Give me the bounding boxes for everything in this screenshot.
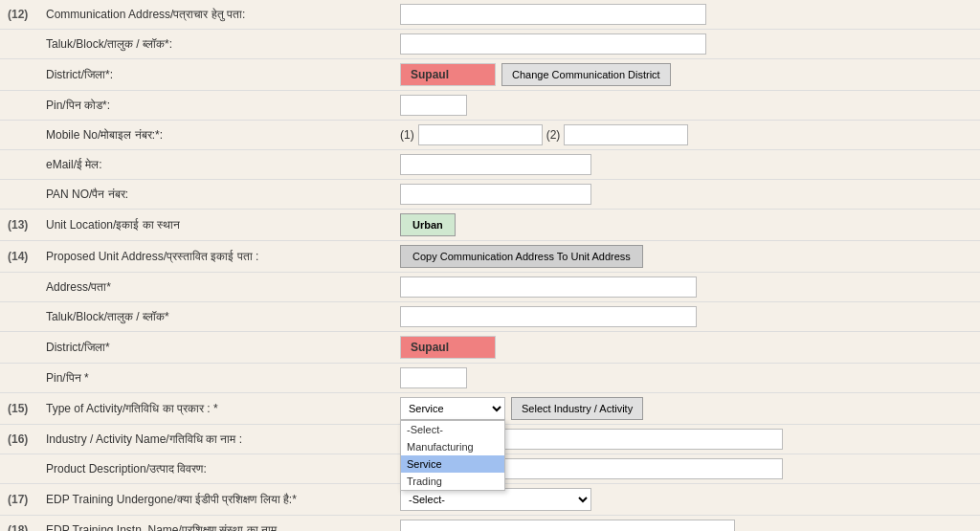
input-col-proposed-unit-address: Copy Communication Address To Unit Addre… <box>400 245 972 268</box>
input-col-unit-location: Urban <box>400 213 972 236</box>
label-industry-name: Industry / Activity Name/गतिविधि का नाम … <box>46 432 400 446</box>
change-district-btn[interactable]: Change Communication District <box>501 63 671 86</box>
row-num-14: (14) <box>8 250 46 263</box>
taluk-unit-input[interactable] <box>400 306 697 327</box>
row-num-15: (15) <box>8 402 46 415</box>
input-col-unit-address <box>400 277 972 298</box>
select-industry-btn[interactable]: Select Industry / Activity <box>511 397 643 420</box>
row-taluk-unit: Taluk/Block/तालुक / ब्लॉक* <box>0 302 980 332</box>
label-pin-unit: Pin/पिन * <box>46 371 400 385</box>
input-col-communication-address <box>400 4 972 25</box>
label-communication-address: Communication Address/पत्राचार हेतु पता: <box>46 8 400 21</box>
label-district-comm: District/जिला*: <box>46 68 400 81</box>
row-communication-address: (12) Communication Address/पत्राचार हेतु… <box>0 0 980 30</box>
row-email: eMail/ई मेल: <box>0 150 980 180</box>
dropdown-item-trading[interactable]: Trading <box>401 473 504 490</box>
input-col-edp-instn <box>400 520 972 531</box>
pin-unit-input[interactable] <box>400 367 467 388</box>
label-edp-training: EDP Training Undergone/क्या ईडीपी प्रशिक… <box>46 493 400 506</box>
copy-address-btn[interactable]: Copy Communication Address To Unit Addre… <box>400 245 643 268</box>
input-col-pan <box>400 184 972 205</box>
row-district-unit: District/जिला* Supaul <box>0 332 980 364</box>
row-type-activity: (15) Type of Activity/गतिविधि का प्रकार … <box>0 393 980 425</box>
row-taluk-comm: Taluk/Block/तालुक / ब्लॉक*: <box>0 30 980 59</box>
label-email: eMail/ई मेल: <box>46 158 400 171</box>
row-num-12: (12) <box>8 8 46 21</box>
edp-instn-input[interactable] <box>400 520 735 531</box>
dropdown-item-service[interactable]: Service <box>401 455 504 473</box>
mobile-2-input[interactable] <box>564 124 688 145</box>
row-num-16: (16) <box>8 432 46 446</box>
row-num-18: (18) <box>8 523 46 531</box>
label-unit-location: Unit Location/इकाई का स्थान <box>46 218 400 232</box>
row-district-comm: District/जिला*: Supaul Change Communicat… <box>0 59 980 91</box>
input-col-district-comm: Supaul Change Communication District <box>400 63 972 86</box>
form-container: (12) Communication Address/पत्राचार हेतु… <box>0 0 980 531</box>
row-num-17: (17) <box>8 493 46 506</box>
input-col-district-unit: Supaul <box>400 336 972 359</box>
dropdown-item-manufacturing[interactable]: Manufacturing <box>401 438 504 455</box>
unit-address-input[interactable] <box>400 277 697 298</box>
label-district-unit: District/जिला* <box>46 341 400 354</box>
input-col-email <box>400 154 972 175</box>
label-unit-address: Address/पता* <box>46 280 400 294</box>
label-mobile: Mobile No/मोबाइल नंबर:*: <box>46 128 400 142</box>
communication-address-input[interactable] <box>400 4 706 25</box>
label-taluk-comm: Taluk/Block/तालुक / ब्लॉक*: <box>46 37 400 51</box>
row-pan: PAN NO/पैन नंबर: <box>0 180 980 210</box>
edp-training-select[interactable]: -Select- <box>400 488 591 511</box>
district-unit-value: Supaul <box>400 336 496 359</box>
activity-select[interactable]: -Select- Manufacturing Service Trading <box>400 397 505 420</box>
district-comm-value: Supaul <box>400 63 496 86</box>
row-unit-address: Address/पता* <box>0 273 980 302</box>
input-col-type-activity: -Select- Manufacturing Service Trading -… <box>400 397 972 420</box>
email-input[interactable] <box>400 154 591 175</box>
label-edp-instn: EDP Training Instn. Name/प्रशिक्षण संस्थ… <box>46 523 400 531</box>
row-pin-comm: Pin/पिन कोड*: <box>0 91 980 121</box>
taluk-comm-input[interactable] <box>400 33 706 55</box>
input-col-taluk-comm <box>400 33 972 55</box>
row-mobile: Mobile No/मोबाइल नंबर:*: (1) (2) <box>0 121 980 150</box>
activity-dropdown-container: -Select- Manufacturing Service Trading -… <box>400 397 505 420</box>
row-num-13: (13) <box>8 218 46 232</box>
label-pin-comm: Pin/पिन कोड*: <box>46 99 400 112</box>
input-col-pin-unit <box>400 367 972 388</box>
input-col-mobile: (1) (2) <box>400 124 972 145</box>
input-col-edp-training: -Select- <box>400 488 972 511</box>
urban-btn[interactable]: Urban <box>400 213 456 236</box>
mobile-1-label: (1) <box>400 128 414 142</box>
mobile-1-input[interactable] <box>418 124 543 145</box>
label-product-description: Product Description/उत्पाद विवरण: <box>46 462 400 476</box>
label-pan: PAN NO/पैन नंबर: <box>46 188 400 201</box>
row-unit-location: (13) Unit Location/इकाई का स्थान Urban <box>0 210 980 241</box>
input-col-taluk-unit <box>400 306 972 327</box>
label-type-activity: Type of Activity/गतिविधि का प्रकार : * <box>46 402 400 415</box>
dropdown-item-select[interactable]: -Select- <box>401 421 504 438</box>
row-proposed-unit-address: (14) Proposed Unit Address/प्रस्तावित इक… <box>0 241 980 273</box>
pin-comm-input[interactable] <box>400 95 467 116</box>
pan-input[interactable] <box>400 184 591 205</box>
row-pin-unit: Pin/पिन * <box>0 364 980 393</box>
activity-dropdown-menu: -Select- Manufacturing Service Trading <box>400 420 505 491</box>
label-taluk-unit: Taluk/Block/तालुक / ब्लॉक* <box>46 310 400 323</box>
input-col-pin-comm <box>400 95 972 116</box>
mobile-2-label: (2) <box>546 128 561 142</box>
row-edp-instn: (18) EDP Training Instn. Name/प्रशिक्षण … <box>0 516 980 531</box>
label-proposed-unit-address: Proposed Unit Address/प्रस्तावित इकाई पत… <box>46 250 400 263</box>
